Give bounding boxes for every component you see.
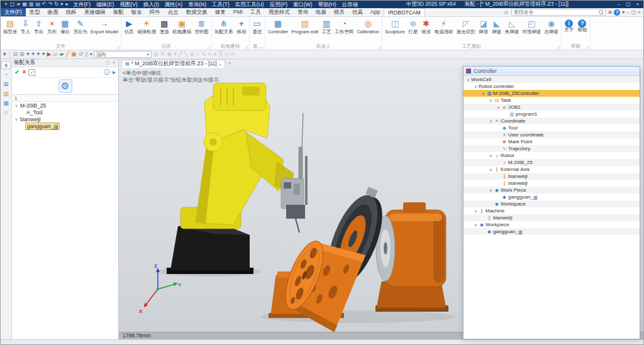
show-entity-icon[interactable]: ⊞ bbox=[19, 50, 25, 58]
float-panel-icon[interactable]: ▢ bbox=[104, 60, 111, 65]
controller-tree-node[interactable]: ∨◆Work Piece bbox=[464, 187, 640, 194]
controller-tree-node[interactable]: ∨WorkCell bbox=[464, 76, 640, 83]
arc-additive-button[interactable]: ⚡电弧增材 bbox=[433, 18, 455, 35]
menu-item-7[interactable]: 工具(T) bbox=[209, 1, 232, 8]
doc-restore-button[interactable]: ▢ bbox=[631, 9, 636, 15]
midpoint-snap-icon[interactable]: + bbox=[36, 50, 40, 58]
app-logo-icon[interactable]: ✦ bbox=[4, 1, 8, 8]
ribbon-tab-仿真[interactable]: 仿真 bbox=[348, 8, 367, 16]
controller-tree-node[interactable]: ▥program1 bbox=[464, 111, 640, 118]
info-button[interactable]: ⓘ bbox=[104, 67, 110, 77]
controller-button[interactable]: ▦Controller bbox=[267, 18, 290, 35]
expand-chevron-icon[interactable]: ∨ bbox=[14, 103, 19, 107]
menu-item-11[interactable]: 帮助(H) bbox=[316, 1, 339, 8]
menu-item-10[interactable]: 窗口(W) bbox=[291, 1, 315, 8]
controller-tree-node[interactable]: ⊕Mark Point bbox=[464, 138, 640, 145]
menu-item-5[interactable]: 属性(A) bbox=[162, 1, 185, 8]
auto-apply-checkbox[interactable]: ✓ bbox=[28, 69, 35, 76]
menu-item-6[interactable]: 查询(N) bbox=[186, 1, 209, 8]
help-button[interactable]: ?帮助 bbox=[576, 18, 589, 33]
save-as-button[interactable]: ✎另存为 bbox=[72, 18, 89, 35]
controller-tree-node[interactable]: ◆gangguan_gj bbox=[464, 194, 640, 200]
save-button[interactable]: ▦保存 bbox=[59, 18, 72, 35]
dialog-launcher-icon[interactable]: ◿ bbox=[207, 45, 210, 49]
controller-tree-node[interactable]: ∨+Coordinate bbox=[464, 118, 640, 124]
expand-chevron-icon[interactable]: ∨ bbox=[473, 222, 479, 227]
document-tab[interactable]: ▤ * M_20iB双位机焊管理程序.Z3 - [11] × bbox=[121, 60, 225, 68]
close-button[interactable]: × bbox=[633, 1, 642, 8]
datum-plane-icon[interactable]: ▰ bbox=[60, 50, 64, 58]
command-search[interactable] bbox=[511, 9, 606, 16]
menu-item-2[interactable]: 编辑(E) bbox=[94, 1, 116, 8]
ribbon-tab-数据交换[interactable]: 数据交换 bbox=[182, 8, 211, 16]
polish-button[interactable]: ⊛打磨 bbox=[407, 18, 419, 35]
dialog-launcher-icon[interactable]: ◿ bbox=[586, 45, 589, 49]
redo-icon[interactable]: ↷ bbox=[48, 1, 53, 8]
weld-button[interactable]: ◪焊接 bbox=[477, 18, 490, 35]
controller-tree-node[interactable]: ◆Tool bbox=[464, 124, 640, 131]
point-snap-icon[interactable]: + bbox=[26, 50, 30, 58]
pin-ribbon-icon[interactable]: ◎ bbox=[504, 9, 509, 15]
spray-button[interactable]: ✱喷涂 bbox=[420, 18, 433, 35]
expand-chevron-icon[interactable]: ∨ bbox=[496, 105, 501, 109]
expand-chevron-icon[interactable]: ∨ bbox=[488, 167, 494, 172]
menu-item-8[interactable]: 实用工具(U) bbox=[233, 1, 267, 8]
controller-tree-node[interactable]: ∨∥External Axis bbox=[464, 166, 640, 173]
open-file-icon[interactable]: ▰ bbox=[16, 1, 20, 8]
ribbon-tab-曲面[interactable]: 曲面 bbox=[44, 8, 62, 16]
controller-tree-node[interactable]: ∨▤Task bbox=[464, 97, 640, 104]
settings-gear-button[interactable]: ⚙ bbox=[58, 79, 72, 93]
import-button[interactable]: ⇩导入 bbox=[19, 18, 32, 35]
export-button[interactable]: ⇧导出 bbox=[33, 18, 45, 35]
view-orientation-select[interactable]: 法向▾ bbox=[94, 51, 152, 58]
sketch-plane-icon[interactable]: ▱ bbox=[53, 50, 58, 58]
controller-tree-node[interactable]: ◆Workspace bbox=[464, 200, 640, 207]
controller-tree-node[interactable]: ∨◆Workpiece bbox=[464, 221, 640, 228]
undo-icon[interactable]: ↶ bbox=[42, 1, 47, 8]
ribbon-tab-造型[interactable]: 造型 bbox=[26, 8, 44, 16]
ribbon-tab-工具[interactable]: 工具 bbox=[247, 8, 265, 16]
model-library-button[interactable]: ▤模型库 bbox=[2, 18, 19, 35]
ribbon-tab-文件(F)[interactable]: 文件(F) bbox=[1, 8, 26, 16]
calibration-button[interactable]: ◎Calibration bbox=[355, 18, 380, 35]
ribbon-tab-IROBOTCAM[interactable]: IROBOTCAM bbox=[384, 8, 425, 16]
export-model-button[interactable]: →Export Model bbox=[89, 18, 119, 35]
mechatronics-model-button[interactable]: ▣机电建模 bbox=[171, 18, 192, 35]
weld-seam-button[interactable]: ◣焊缝 bbox=[491, 18, 503, 35]
dialog-launcher-icon[interactable]: ◿ bbox=[260, 45, 264, 49]
expand-chevron-icon[interactable]: ∨ bbox=[488, 188, 494, 192]
options-icon[interactable]: ⊕ bbox=[608, 9, 613, 15]
controller-tree-node[interactable]: ∥bianweiji bbox=[464, 180, 640, 187]
assembly-manager-tab[interactable]: ⋔ bbox=[1, 61, 11, 69]
expand-chevron-icon[interactable]: ∨ bbox=[488, 153, 494, 158]
play-button[interactable]: ▸ bbox=[113, 67, 116, 77]
controller-tree-node[interactable]: ∨▰JOB1 bbox=[464, 104, 640, 111]
collision-detect-button[interactable]: ☀碰撞检测 bbox=[136, 18, 157, 35]
print-icon[interactable]: ▥ bbox=[29, 1, 34, 8]
work-space-button[interactable]: ◔工作空间 bbox=[333, 18, 355, 35]
menu-item-1[interactable]: 文件(F) bbox=[70, 1, 93, 8]
expand-chevron-icon[interactable]: ∨ bbox=[473, 84, 479, 89]
close-file-button[interactable]: ×关闭 bbox=[46, 18, 58, 35]
plot-icon[interactable]: ▤ bbox=[36, 1, 41, 8]
user-manager-tab[interactable]: ☺ bbox=[1, 108, 11, 116]
doc-minimize-button[interactable]: – bbox=[626, 9, 629, 15]
ribbon-tab-点云[interactable]: 点云 bbox=[164, 8, 182, 16]
about-button[interactable]: i关于 bbox=[563, 18, 575, 33]
help-dropdown-icon[interactable]: ▾ bbox=[622, 9, 625, 15]
ribbon-tab-PMI[interactable]: PMI bbox=[230, 8, 247, 16]
csys-icon[interactable]: ▣ bbox=[71, 50, 77, 58]
butt-weld-button[interactable]: ◰对接焊缝 bbox=[521, 18, 542, 35]
dialog-launcher-icon[interactable]: ◿ bbox=[117, 45, 120, 49]
center-snap-icon[interactable]: + bbox=[42, 50, 45, 58]
ribbon-tab-钣金[interactable]: 钣金 bbox=[128, 8, 146, 16]
ribbon-tab-直接编辑[interactable]: 直接编辑 bbox=[80, 8, 109, 16]
ribbon-tab-查询[interactable]: 查询 bbox=[294, 8, 312, 16]
expand-chevron-icon[interactable]: ∨ bbox=[473, 209, 479, 213]
history-icon[interactable]: ↺ bbox=[78, 50, 83, 58]
positioner-motor-unit[interactable] bbox=[375, 202, 448, 312]
menu-item-9[interactable]: 应用(P) bbox=[267, 1, 290, 8]
new-tab-button[interactable]: + bbox=[225, 60, 234, 68]
tab-close-icon[interactable]: × bbox=[219, 62, 222, 67]
ribbon-tab-线框[interactable]: 线框 bbox=[62, 8, 80, 16]
